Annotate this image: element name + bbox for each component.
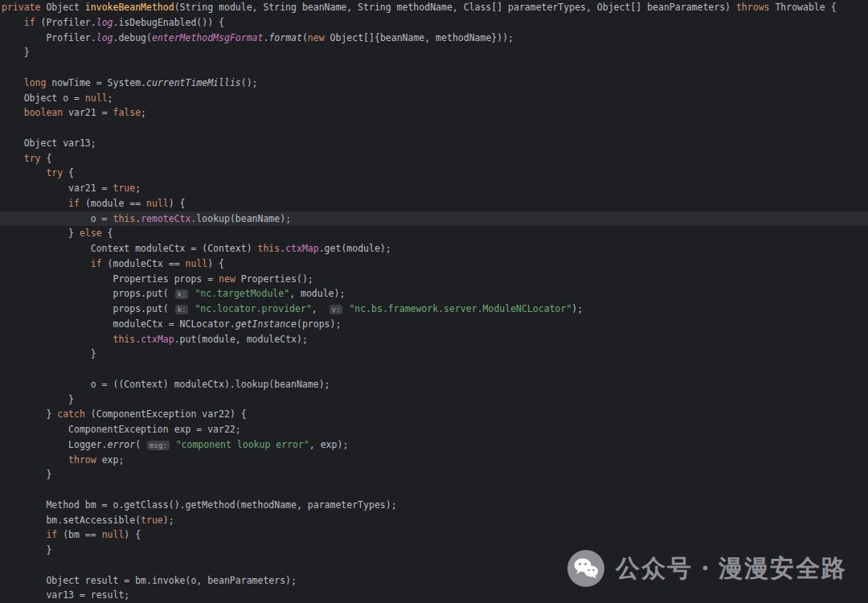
code-line: o = this.remoteCtx.lookup(beanName);: [0, 211, 868, 227]
parameter-hint: msg:: [147, 441, 170, 450]
code-line: } else {: [0, 226, 868, 241]
code-line: }: [0, 45, 868, 60]
watermark: 公众号・漫漫安全路: [567, 550, 847, 587]
code-line: if (bm == null) {: [0, 527, 868, 543]
code-line: bm.setAccessible(true);: [0, 513, 868, 528]
wechat-icon: [567, 550, 604, 587]
code-line: props.put( k: "nc.targetModule", module)…: [0, 286, 868, 302]
code-line: try {: [0, 151, 868, 166]
watermark-text: 公众号・漫漫安全路: [616, 552, 847, 585]
code-line: Logger.error( msg: "component lookup err…: [0, 437, 868, 453]
code-line: moduleCtx = NCLocator.getInstance(props)…: [0, 317, 868, 332]
code-line: if (moduleCtx == null) {: [0, 256, 868, 272]
code-line: if (module == null) {: [0, 196, 868, 211]
parameter-hint: v:: [330, 305, 343, 314]
code-line: try {: [0, 166, 868, 181]
code-line: if (Profiler.log.isDebugEnabled()) {: [0, 15, 868, 31]
code-editor[interactable]: private Object invokeBeanMethod(String m…: [0, 0, 868, 603]
code-line: this.ctxMap.put(module, moduleCtx);: [0, 332, 868, 347]
code-line: }: [0, 347, 868, 362]
code-line: Context moduleCtx = (Context) this.ctxMa…: [0, 241, 868, 256]
code-line: }: [0, 392, 868, 408]
parameter-hint: k:: [175, 305, 189, 314]
code-line: Method bm = o.getClass().getMethod(metho…: [0, 498, 868, 513]
code-line: boolean var21 = false;: [0, 105, 868, 121]
code-line: Object var13;: [0, 136, 868, 151]
code-line: var13 = result;: [0, 588, 868, 603]
code-line: var21 = true;: [0, 181, 868, 196]
code-line: [0, 362, 868, 377]
code-line: Properties props = new Properties();: [0, 272, 868, 287]
code-line: long nowTime = System.currentTimeMillis(…: [0, 76, 868, 91]
code-line: [0, 60, 868, 76]
parameter-hint: k:: [175, 289, 189, 299]
code-line: props.put( k: "nc.locator.provider", v: …: [0, 302, 868, 317]
code-line: }: [0, 467, 868, 482]
code-line: [0, 121, 868, 136]
code-line: o = ((Context) moduleCtx).lookup(beanNam…: [0, 377, 868, 392]
code-line: } catch (ComponentException var22) {: [0, 407, 868, 422]
code-line: [0, 482, 868, 498]
code-line: private Object invokeBeanMethod(String m…: [0, 0, 868, 15]
code-line: throw exp;: [0, 453, 868, 468]
code-line: ComponentException exp = var22;: [0, 422, 868, 437]
code-line: Object o = null;: [0, 91, 868, 106]
code-line: Profiler.log.debug(enterMethodMsgFormat.…: [0, 31, 868, 46]
